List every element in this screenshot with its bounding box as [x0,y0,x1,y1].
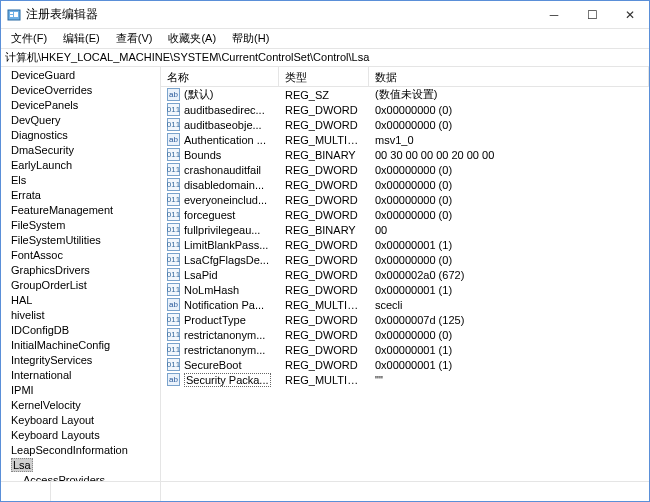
value-type-cell: REG_DWORD [279,164,369,176]
grid-header: 名称 类型 数据 [161,67,649,87]
tree-item[interactable]: Els [1,172,160,187]
tree-item[interactable]: FeatureManagement [1,202,160,217]
col-data[interactable]: 数据 [369,67,649,86]
tree-item[interactable]: FileSystem [1,217,160,232]
tree-item[interactable]: IDConfigDB [1,322,160,337]
tree-item[interactable]: hivelist [1,307,160,322]
value-row[interactable]: ab(默认)REG_SZ(数值未设置) [161,87,649,102]
value-name-cell: 011SecureBoot [161,358,279,371]
menu-help[interactable]: 帮助(H) [226,29,275,48]
tree-item[interactable]: IntegrityServices [1,352,160,367]
tree-item[interactable]: GroupOrderList [1,277,160,292]
value-row[interactable]: 011fullprivilegeau...REG_BINARY00 [161,222,649,237]
tree-item[interactable]: Lsa [1,457,160,472]
value-row[interactable]: 011SecureBootREG_DWORD0x00000001 (1) [161,357,649,372]
value-row[interactable]: 011ProductTypeREG_DWORD0x0000007d (125) [161,312,649,327]
value-row[interactable]: 011NoLmHashREG_DWORD0x00000001 (1) [161,282,649,297]
tree-item[interactable]: HAL [1,292,160,307]
window-title: 注册表编辑器 [26,6,535,23]
value-name-label: SecureBoot [184,359,241,371]
tree-item[interactable]: DeviceGuard [1,67,160,82]
tree-item-label: KernelVelocity [11,399,81,411]
string-value-icon: ab [167,88,180,101]
address-text: 计算机\HKEY_LOCAL_MACHINE\SYSTEM\CurrentCon… [5,50,369,65]
tree-item[interactable]: Diagnostics [1,127,160,142]
value-row[interactable]: abAuthentication ...REG_MULTI_SZmsv1_0 [161,132,649,147]
tree-item[interactable]: GraphicsDrivers [1,262,160,277]
tree-item-label: hivelist [11,309,45,321]
menu-view[interactable]: 查看(V) [110,29,159,48]
value-row[interactable]: 011LimitBlankPass...REG_DWORD0x00000001 … [161,237,649,252]
value-name-label: auditbaseobje... [184,119,262,131]
binary-value-icon: 011 [167,163,180,176]
value-row[interactable]: 011restrictanonym...REG_DWORD0x00000000 … [161,327,649,342]
tree-item[interactable]: International [1,367,160,382]
value-name-label: disabledomain... [184,179,264,191]
tree-item[interactable]: Errata [1,187,160,202]
tree-item[interactable]: FileSystemUtilities [1,232,160,247]
value-data-cell: (数值未设置) [369,87,649,102]
tree-item-label: Els [11,174,26,186]
tree-item[interactable]: KernelVelocity [1,397,160,412]
binary-value-icon: 011 [167,208,180,221]
menu-edit[interactable]: 编辑(E) [57,29,106,48]
status-seg-2 [51,482,161,501]
value-row[interactable]: 011crashonauditfailREG_DWORD0x00000000 (… [161,162,649,177]
tree-item[interactable]: FontAssoc [1,247,160,262]
value-row[interactable]: 011BoundsREG_BINARY00 30 00 00 00 20 00 … [161,147,649,162]
value-row[interactable]: 011disabledomain...REG_DWORD0x00000000 (… [161,177,649,192]
value-row[interactable]: 011auditbaseobje...REG_DWORD0x00000000 (… [161,117,649,132]
tree-item[interactable]: InitialMachineConfig [1,337,160,352]
value-name-label: forceguest [184,209,235,221]
tree-item-label: IDConfigDB [11,324,69,336]
value-data-cell: 0x00000000 (0) [369,164,649,176]
value-data-cell: msv1_0 [369,134,649,146]
col-name[interactable]: 名称 [161,67,279,86]
menu-favorites[interactable]: 收藏夹(A) [162,29,222,48]
tree-item[interactable]: DevQuery [1,112,160,127]
maximize-button[interactable]: ☐ [573,1,611,28]
tree-item[interactable]: EarlyLaunch [1,157,160,172]
tree-item[interactable]: DevicePanels [1,97,160,112]
minimize-button[interactable]: ─ [535,1,573,28]
value-data-cell: 0x00000000 (0) [369,209,649,221]
value-data-cell: 00 [369,224,649,236]
value-name-label: fullprivilegeau... [184,224,260,236]
value-row[interactable]: 011forceguestREG_DWORD0x00000000 (0) [161,207,649,222]
tree-item[interactable]: DeviceOverrides [1,82,160,97]
close-button[interactable]: ✕ [611,1,649,28]
binary-value-icon: 011 [167,238,180,251]
menu-file[interactable]: 文件(F) [5,29,53,48]
tree-item[interactable]: IPMI [1,382,160,397]
value-name-label: everyoneinclud... [184,194,267,206]
col-type[interactable]: 类型 [279,67,369,86]
value-row[interactable]: abSecurity Packa...REG_MULTI_SZ"" [161,372,649,387]
string-value-icon: ab [167,373,180,386]
tree-item-label: DevicePanels [11,99,78,111]
value-row[interactable]: 011auditbasedirec...REG_DWORD0x00000000 … [161,102,649,117]
tree-panel[interactable]: DeviceGuardDeviceOverridesDevicePanelsDe… [1,67,161,481]
value-data-cell: 0x00000000 (0) [369,254,649,266]
value-type-cell: REG_MULTI_SZ [279,134,369,146]
status-seg-1 [1,482,51,501]
value-type-cell: REG_BINARY [279,224,369,236]
value-data-cell: 0x00000000 (0) [369,329,649,341]
value-row[interactable]: 011LsaPidREG_DWORD0x000002a0 (672) [161,267,649,282]
value-row[interactable]: 011restrictanonym...REG_DWORD0x00000001 … [161,342,649,357]
value-row[interactable]: 011LsaCfgFlagsDe...REG_DWORD0x00000000 (… [161,252,649,267]
value-row[interactable]: 011everyoneinclud...REG_DWORD0x00000000 … [161,192,649,207]
address-bar[interactable]: 计算机\HKEY_LOCAL_MACHINE\SYSTEM\CurrentCon… [1,49,649,67]
grid-body[interactable]: ab(默认)REG_SZ(数值未设置)011auditbasedirec...R… [161,87,649,481]
tree-item-label: FeatureManagement [11,204,113,216]
binary-value-icon: 011 [167,283,180,296]
string-value-icon: ab [167,133,180,146]
tree-item[interactable]: DmaSecurity [1,142,160,157]
tree-item[interactable]: LeapSecondInformation [1,442,160,457]
value-row[interactable]: abNotification Pa...REG_MULTI_SZscecli [161,297,649,312]
tree-item[interactable]: Keyboard Layout [1,412,160,427]
value-data-cell: "" [369,374,649,386]
tree-item[interactable]: Keyboard Layouts [1,427,160,442]
tree-item-label: InitialMachineConfig [11,339,110,351]
tree-item[interactable]: AccessProviders [1,472,160,481]
value-type-cell: REG_DWORD [279,194,369,206]
